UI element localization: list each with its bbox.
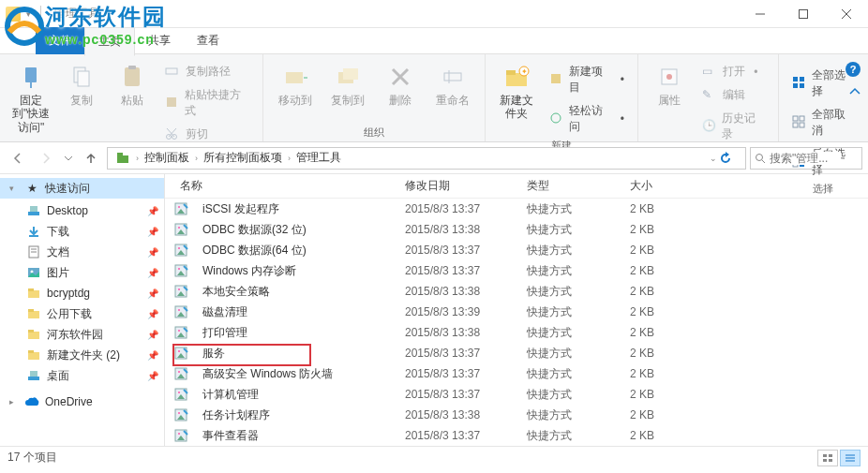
history-button[interactable]: 🕒历史记录	[698, 109, 769, 144]
tab-file[interactable]: 文件	[36, 27, 84, 54]
file-row[interactable]: 服务2015/8/3 13:37快捷方式2 KB	[165, 343, 868, 363]
column-date[interactable]: 修改日期	[397, 174, 519, 198]
nav-item[interactable]: 下载📌	[0, 221, 164, 242]
file-name: 计算机管理	[195, 387, 397, 403]
delete-button[interactable]: 删除	[378, 58, 423, 107]
rename-button[interactable]: 重命名	[430, 58, 475, 107]
nav-quick-access[interactable]: ▾ ★ 快速访问	[0, 178, 164, 199]
ribbon-tabs: 文件 主页 共享 查看	[0, 28, 868, 54]
nav-item-label: 新建文件夹 (2)	[47, 347, 120, 363]
open-button[interactable]: ▭打开 •	[698, 62, 769, 81]
folder-icon	[26, 203, 41, 218]
file-type: 快捷方式	[519, 243, 622, 259]
maximize-button[interactable]	[782, 0, 825, 28]
nav-item[interactable]: 公用下载📌	[0, 303, 164, 324]
column-size[interactable]: 大小	[622, 174, 688, 198]
breadcrumb-seg-0[interactable]: 控制面板	[141, 148, 193, 168]
nav-item[interactable]: bcryptdg📌	[0, 283, 164, 303]
nav-item[interactable]: 文档📌	[0, 242, 164, 262]
nav-item[interactable]: 河东软件园📌	[0, 324, 164, 345]
nav-item[interactable]: 图片📌	[0, 262, 164, 283]
column-type[interactable]: 类型	[519, 174, 622, 198]
view-details-button[interactable]	[840, 450, 861, 466]
breadcrumb-root-icon[interactable]	[112, 149, 134, 168]
new-folder-button[interactable]: ✦新建文件夹	[495, 58, 538, 121]
file-row[interactable]: 计算机管理2015/8/3 13:37快捷方式2 KB	[165, 384, 868, 405]
up-button[interactable]	[79, 146, 103, 170]
back-button[interactable]	[6, 146, 30, 170]
file-row[interactable]: 事件查看器2015/8/3 13:37快捷方式2 KB	[165, 425, 868, 446]
copy-button[interactable]: 复制	[60, 58, 103, 107]
file-row[interactable]: ODBC 数据源(64 位)2015/8/3 13:37快捷方式2 KB	[165, 240, 868, 260]
refresh-button[interactable]	[719, 152, 741, 165]
breadcrumb-dropdown-icon[interactable]: ⌄	[710, 154, 717, 163]
breadcrumb-seg-1[interactable]: 所有控制面板项	[200, 148, 286, 168]
item-count: 17 个项目	[7, 450, 57, 466]
help-icon[interactable]: ?	[846, 62, 861, 77]
pin-quick-access-button[interactable]: 固定到"快速访问"	[9, 58, 52, 134]
file-row[interactable]: iSCSI 发起程序2015/8/3 13:37快捷方式2 KB	[165, 199, 868, 219]
nav-item[interactable]: 桌面📌	[0, 365, 164, 386]
close-button[interactable]	[825, 0, 868, 28]
file-type: 快捷方式	[519, 201, 622, 217]
tab-view[interactable]: 查看	[184, 27, 232, 54]
move-to-button[interactable]: 移动到	[273, 58, 318, 107]
new-item-button[interactable]: 新建项目 •	[546, 62, 628, 97]
forward-button[interactable]	[34, 146, 58, 170]
copy-to-button[interactable]: 复制到	[325, 58, 370, 107]
svg-point-88	[178, 433, 180, 435]
easy-access-button[interactable]: 轻松访问 •	[546, 101, 628, 137]
file-row[interactable]: ODBC 数据源(32 位)2015/8/3 13:38快捷方式2 KB	[165, 219, 868, 240]
svg-rect-64	[30, 371, 37, 377]
search-box[interactable]	[750, 147, 862, 170]
search-input[interactable]	[766, 152, 841, 165]
nav-onedrive[interactable]: ▸ OneDrive	[0, 392, 164, 412]
svg-rect-11	[167, 97, 176, 107]
minimize-button[interactable]	[739, 0, 782, 28]
paste-button[interactable]: 粘贴	[111, 58, 154, 107]
svg-line-46	[762, 160, 765, 163]
select-none-button[interactable]: 全部取消	[788, 105, 859, 140]
expand-icon[interactable]: ▸	[9, 397, 19, 406]
breadcrumb-seg-2[interactable]: 管理工具	[292, 148, 345, 168]
cut-button[interactable]: 剪切	[161, 125, 253, 144]
svg-point-70	[178, 247, 180, 249]
copy-path-button[interactable]: 复制路径	[161, 62, 253, 81]
tab-share[interactable]: 共享	[135, 27, 184, 54]
view-thumbnails-button[interactable]	[817, 450, 838, 466]
svg-point-66	[178, 206, 180, 208]
svg-rect-31	[793, 77, 798, 81]
nav-item[interactable]: Desktop📌	[0, 200, 164, 221]
file-row[interactable]: 高级安全 Windows 防火墙2015/8/3 13:37快捷方式2 KB	[165, 363, 868, 384]
file-row[interactable]: 打印管理2015/8/3 13:38快捷方式2 KB	[165, 322, 868, 343]
qat-dropdown-icon[interactable]: ▾	[26, 9, 31, 19]
file-name: 高级安全 Windows 防火墙	[195, 366, 397, 382]
history-dropdown-icon[interactable]	[62, 146, 75, 170]
breadcrumb[interactable]: › 控制面板› 所有控制面板项› 管理工具 ⌄	[107, 147, 746, 170]
svg-rect-21	[444, 73, 461, 81]
tab-home[interactable]: 主页	[84, 27, 135, 56]
paste-shortcut-button[interactable]: 粘贴快捷方式	[161, 85, 253, 121]
folder-icon	[26, 347, 41, 362]
nav-item-label: bcryptdg	[47, 287, 90, 300]
svg-rect-43	[117, 155, 128, 163]
file-row[interactable]: 任务计划程序2015/8/3 13:38快捷方式2 KB	[165, 405, 868, 425]
file-row[interactable]: 本地安全策略2015/8/3 13:38快捷方式2 KB	[165, 281, 868, 302]
ribbon-collapse-icon[interactable]	[849, 86, 861, 97]
folder-icon	[26, 327, 41, 342]
shortcut-icon	[172, 386, 189, 403]
file-name: 事件查看器	[195, 428, 397, 444]
svg-rect-91	[823, 459, 827, 462]
file-row[interactable]: Windows 内存诊断2015/8/3 13:37快捷方式2 KB	[165, 260, 868, 281]
file-row[interactable]: 磁盘清理2015/8/3 13:39快捷方式2 KB	[165, 302, 868, 322]
svg-rect-33	[793, 83, 798, 88]
properties-button[interactable]: 属性	[648, 58, 691, 107]
file-size: 2 KB	[622, 223, 688, 236]
folder-icon	[26, 244, 41, 259]
column-name[interactable]: 名称	[172, 174, 397, 198]
edit-button[interactable]: ✎编辑	[698, 85, 769, 105]
shortcut-icon	[172, 365, 189, 382]
expand-icon[interactable]: ▾	[9, 184, 19, 193]
svg-rect-44	[117, 153, 123, 155]
nav-item[interactable]: 新建文件夹 (2)📌	[0, 345, 164, 365]
